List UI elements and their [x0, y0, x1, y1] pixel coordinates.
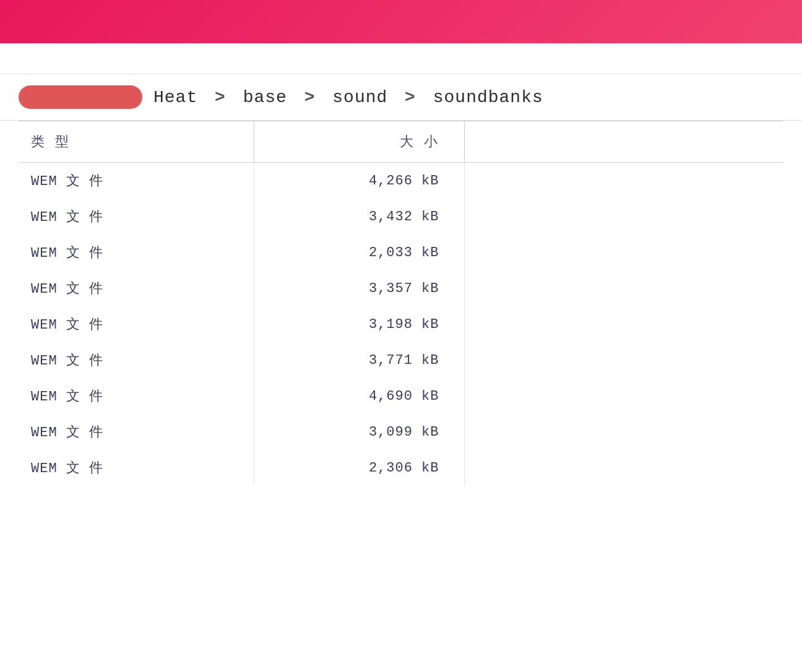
breadcrumb-sep-3: > [405, 88, 427, 107]
table-row[interactable]: WEM 文 件3,771 kB [19, 342, 783, 378]
table-row[interactable]: WEM 文 件3,357 kB [19, 270, 783, 306]
breadcrumb-bar: Heat > base > sound > soundbanks [0, 74, 802, 121]
content-area: 类 型 大 小 WEM 文 件4,266 kBWEM 文 件3,432 kBWE… [0, 121, 802, 486]
breadcrumb-sep-2: > [304, 88, 327, 107]
top-bar [0, 0, 802, 43]
cell-extra [464, 270, 783, 306]
breadcrumb-heat[interactable]: Heat [153, 88, 197, 107]
cell-size: 3,198 kB [254, 306, 464, 342]
cell-extra [464, 199, 783, 235]
table-row[interactable]: WEM 文 件3,432 kB [19, 199, 783, 235]
cell-extra [464, 378, 783, 414]
table-row[interactable]: WEM 文 件4,266 kB [19, 163, 783, 199]
cell-size: 2,033 kB [254, 235, 464, 270]
cell-extra [464, 414, 783, 450]
cell-size: 4,266 kB [254, 163, 464, 199]
cell-size: 3,099 kB [254, 414, 464, 450]
table-row[interactable]: WEM 文 件2,306 kB [19, 450, 783, 486]
breadcrumb-sound[interactable]: sound [332, 88, 387, 107]
cell-size: 3,357 kB [254, 270, 464, 306]
breadcrumb-soundbanks[interactable]: soundbanks [433, 88, 543, 107]
cell-extra [464, 342, 783, 378]
file-table: 类 型 大 小 WEM 文 件4,266 kBWEM 文 件3,432 kBWE… [19, 121, 783, 486]
table-header-row: 类 型 大 小 [19, 121, 783, 163]
cell-type: WEM 文 件 [19, 450, 254, 486]
cell-size: 3,432 kB [254, 199, 464, 235]
table-row[interactable]: WEM 文 件3,198 kB [19, 306, 783, 342]
table-row[interactable]: WEM 文 件2,033 kB [19, 235, 783, 270]
cell-extra [464, 235, 783, 270]
table-row[interactable]: WEM 文 件4,690 kB [19, 378, 783, 414]
cell-extra [464, 450, 783, 486]
cell-extra [464, 306, 783, 342]
cell-type: WEM 文 件 [19, 414, 254, 450]
breadcrumb-sep-1: > [215, 88, 237, 107]
column-header-extra [464, 121, 783, 163]
cell-extra [464, 163, 783, 199]
cell-type: WEM 文 件 [19, 270, 254, 306]
spacer [0, 43, 802, 74]
breadcrumb-base[interactable]: base [243, 88, 287, 107]
cell-type: WEM 文 件 [19, 199, 254, 235]
cell-size: 4,690 kB [254, 378, 464, 414]
breadcrumb: Heat > base > sound > soundbanks [153, 88, 543, 107]
column-header-size: 大 小 [254, 121, 464, 163]
column-header-type: 类 型 [19, 121, 254, 163]
breadcrumb-redacted [19, 85, 142, 109]
cell-type: WEM 文 件 [19, 306, 254, 342]
table-row[interactable]: WEM 文 件3,099 kB [19, 414, 783, 450]
cell-type: WEM 文 件 [19, 235, 254, 270]
cell-type: WEM 文 件 [19, 342, 254, 378]
cell-size: 3,771 kB [254, 342, 464, 378]
cell-type: WEM 文 件 [19, 163, 254, 199]
cell-size: 2,306 kB [254, 450, 464, 486]
cell-type: WEM 文 件 [19, 378, 254, 414]
